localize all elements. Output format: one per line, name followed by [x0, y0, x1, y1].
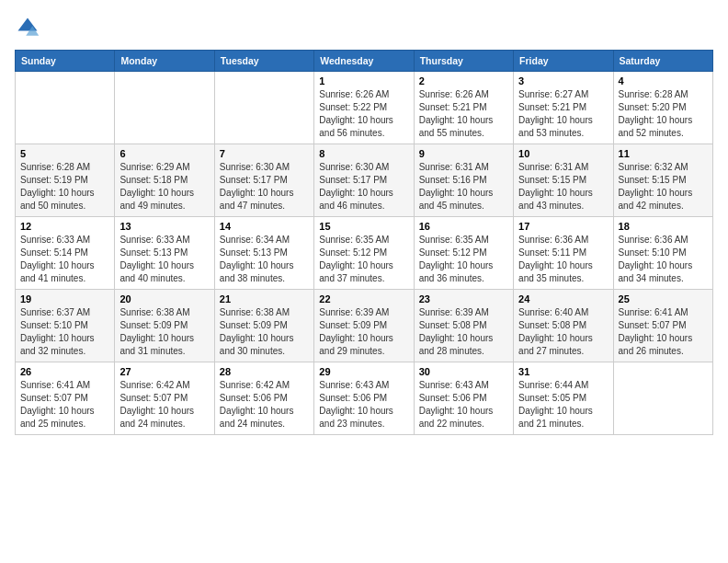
day-number: 8	[319, 148, 408, 159]
day-number: 12	[20, 221, 109, 232]
calendar-header-row: SundayMondayTuesdayWednesdayThursdayFrid…	[16, 51, 713, 72]
calendar-cell: 20Sunrise: 6:38 AMSunset: 5:09 PMDayligh…	[115, 290, 214, 362]
day-number: 10	[518, 148, 608, 159]
calendar-cell: 19Sunrise: 6:37 AMSunset: 5:10 PMDayligh…	[16, 290, 115, 362]
day-info: Sunrise: 6:33 AMSunset: 5:14 PMDaylight:…	[20, 234, 109, 285]
day-info: Sunrise: 6:26 AMSunset: 5:21 PMDaylight:…	[419, 88, 508, 140]
calendar-cell: 10Sunrise: 6:31 AMSunset: 5:15 PMDayligh…	[514, 144, 613, 217]
weekday-header-monday: Monday	[115, 51, 214, 72]
calendar-week-row: 26Sunrise: 6:41 AMSunset: 5:07 PMDayligh…	[16, 362, 713, 435]
day-number: 16	[419, 221, 508, 232]
day-info: Sunrise: 6:31 AMSunset: 5:16 PMDaylight:…	[419, 161, 508, 213]
calendar-cell: 26Sunrise: 6:41 AMSunset: 5:07 PMDayligh…	[16, 362, 115, 435]
day-info: Sunrise: 6:35 AMSunset: 5:12 PMDaylight:…	[319, 234, 408, 285]
day-info: Sunrise: 6:28 AMSunset: 5:19 PMDaylight:…	[20, 161, 109, 213]
day-info: Sunrise: 6:41 AMSunset: 5:07 PMDaylight:…	[20, 379, 109, 431]
logo	[15, 15, 44, 40]
calendar-cell: 12Sunrise: 6:33 AMSunset: 5:14 PMDayligh…	[16, 217, 115, 290]
day-info: Sunrise: 6:43 AMSunset: 5:06 PMDaylight:…	[419, 379, 508, 431]
day-number: 19	[20, 293, 109, 304]
day-info: Sunrise: 6:34 AMSunset: 5:13 PMDaylight:…	[220, 234, 309, 285]
calendar-cell: 2Sunrise: 6:26 AMSunset: 5:21 PMDaylight…	[414, 72, 513, 144]
day-number: 21	[220, 293, 309, 304]
day-number: 26	[20, 366, 109, 377]
day-info: Sunrise: 6:27 AMSunset: 5:21 PMDaylight:…	[518, 88, 608, 140]
day-info: Sunrise: 6:42 AMSunset: 5:07 PMDaylight:…	[119, 379, 209, 431]
day-info: Sunrise: 6:38 AMSunset: 5:09 PMDaylight:…	[220, 306, 309, 358]
calendar-cell: 30Sunrise: 6:43 AMSunset: 5:06 PMDayligh…	[414, 362, 513, 435]
calendar-cell: 29Sunrise: 6:43 AMSunset: 5:06 PMDayligh…	[314, 362, 414, 435]
day-number: 18	[619, 221, 708, 232]
calendar-week-row: 1Sunrise: 6:26 AMSunset: 5:22 PMDaylight…	[16, 72, 713, 144]
day-number: 27	[119, 366, 209, 377]
calendar-week-row: 5Sunrise: 6:28 AMSunset: 5:19 PMDaylight…	[16, 144, 713, 217]
day-info: Sunrise: 6:39 AMSunset: 5:09 PMDaylight:…	[319, 306, 408, 358]
day-info: Sunrise: 6:43 AMSunset: 5:06 PMDaylight:…	[319, 379, 408, 431]
calendar-cell	[115, 72, 214, 144]
calendar-cell: 11Sunrise: 6:32 AMSunset: 5:15 PMDayligh…	[613, 144, 712, 217]
calendar-cell	[214, 72, 313, 144]
calendar-cell: 1Sunrise: 6:26 AMSunset: 5:22 PMDaylight…	[314, 72, 414, 144]
calendar-cell: 13Sunrise: 6:33 AMSunset: 5:13 PMDayligh…	[115, 217, 214, 290]
weekday-header-wednesday: Wednesday	[314, 51, 414, 72]
calendar-cell: 25Sunrise: 6:41 AMSunset: 5:07 PMDayligh…	[613, 290, 712, 362]
day-info: Sunrise: 6:39 AMSunset: 5:08 PMDaylight:…	[419, 306, 508, 358]
day-info: Sunrise: 6:28 AMSunset: 5:20 PMDaylight:…	[619, 88, 708, 140]
day-number: 23	[419, 293, 508, 304]
day-number: 20	[119, 293, 209, 304]
calendar-table: SundayMondayTuesdayWednesdayThursdayFrid…	[15, 50, 713, 435]
day-info: Sunrise: 6:37 AMSunset: 5:10 PMDaylight:…	[20, 306, 109, 358]
calendar-week-row: 12Sunrise: 6:33 AMSunset: 5:14 PMDayligh…	[16, 217, 713, 290]
calendar-cell: 28Sunrise: 6:42 AMSunset: 5:06 PMDayligh…	[214, 362, 313, 435]
day-info: Sunrise: 6:31 AMSunset: 5:15 PMDaylight:…	[518, 161, 608, 213]
day-number: 1	[319, 75, 408, 86]
calendar-cell: 9Sunrise: 6:31 AMSunset: 5:16 PMDaylight…	[414, 144, 513, 217]
day-info: Sunrise: 6:33 AMSunset: 5:13 PMDaylight:…	[119, 234, 209, 285]
day-number: 15	[319, 221, 408, 232]
day-number: 17	[518, 221, 608, 232]
day-number: 2	[419, 75, 508, 86]
page-header	[15, 15, 713, 40]
calendar-cell: 14Sunrise: 6:34 AMSunset: 5:13 PMDayligh…	[214, 217, 313, 290]
calendar-cell: 8Sunrise: 6:30 AMSunset: 5:17 PMDaylight…	[314, 144, 414, 217]
day-info: Sunrise: 6:36 AMSunset: 5:10 PMDaylight:…	[619, 234, 708, 285]
day-info: Sunrise: 6:30 AMSunset: 5:17 PMDaylight:…	[319, 161, 408, 213]
day-info: Sunrise: 6:44 AMSunset: 5:05 PMDaylight:…	[518, 379, 608, 431]
weekday-header-sunday: Sunday	[16, 51, 115, 72]
calendar-cell: 16Sunrise: 6:35 AMSunset: 5:12 PMDayligh…	[414, 217, 513, 290]
day-number: 22	[319, 293, 408, 304]
day-number: 5	[20, 148, 109, 159]
weekday-header-tuesday: Tuesday	[214, 51, 313, 72]
calendar-cell: 22Sunrise: 6:39 AMSunset: 5:09 PMDayligh…	[314, 290, 414, 362]
day-number: 29	[319, 366, 408, 377]
day-info: Sunrise: 6:40 AMSunset: 5:08 PMDaylight:…	[518, 306, 608, 358]
day-number: 13	[119, 221, 209, 232]
day-number: 31	[518, 366, 608, 377]
calendar-cell: 31Sunrise: 6:44 AMSunset: 5:05 PMDayligh…	[514, 362, 613, 435]
logo-icon	[15, 15, 40, 40]
day-number: 24	[518, 293, 608, 304]
calendar-cell: 23Sunrise: 6:39 AMSunset: 5:08 PMDayligh…	[414, 290, 513, 362]
day-number: 4	[619, 75, 708, 86]
day-info: Sunrise: 6:26 AMSunset: 5:22 PMDaylight:…	[319, 88, 408, 140]
calendar-cell	[613, 362, 712, 435]
day-number: 3	[518, 75, 608, 86]
calendar-cell: 3Sunrise: 6:27 AMSunset: 5:21 PMDaylight…	[514, 72, 613, 144]
weekday-header-saturday: Saturday	[613, 51, 712, 72]
day-number: 11	[619, 148, 708, 159]
day-number: 14	[220, 221, 309, 232]
day-number: 6	[119, 148, 209, 159]
calendar-cell: 18Sunrise: 6:36 AMSunset: 5:10 PMDayligh…	[613, 217, 712, 290]
calendar-cell: 4Sunrise: 6:28 AMSunset: 5:20 PMDaylight…	[613, 72, 712, 144]
day-number: 28	[220, 366, 309, 377]
day-info: Sunrise: 6:30 AMSunset: 5:17 PMDaylight:…	[220, 161, 309, 213]
weekday-header-friday: Friday	[514, 51, 613, 72]
calendar-cell: 27Sunrise: 6:42 AMSunset: 5:07 PMDayligh…	[115, 362, 214, 435]
weekday-header-thursday: Thursday	[414, 51, 513, 72]
day-info: Sunrise: 6:38 AMSunset: 5:09 PMDaylight:…	[119, 306, 209, 358]
calendar-cell: 5Sunrise: 6:28 AMSunset: 5:19 PMDaylight…	[16, 144, 115, 217]
calendar-cell: 17Sunrise: 6:36 AMSunset: 5:11 PMDayligh…	[514, 217, 613, 290]
calendar-cell: 24Sunrise: 6:40 AMSunset: 5:08 PMDayligh…	[514, 290, 613, 362]
calendar-cell	[16, 72, 115, 144]
day-info: Sunrise: 6:32 AMSunset: 5:15 PMDaylight:…	[619, 161, 708, 213]
